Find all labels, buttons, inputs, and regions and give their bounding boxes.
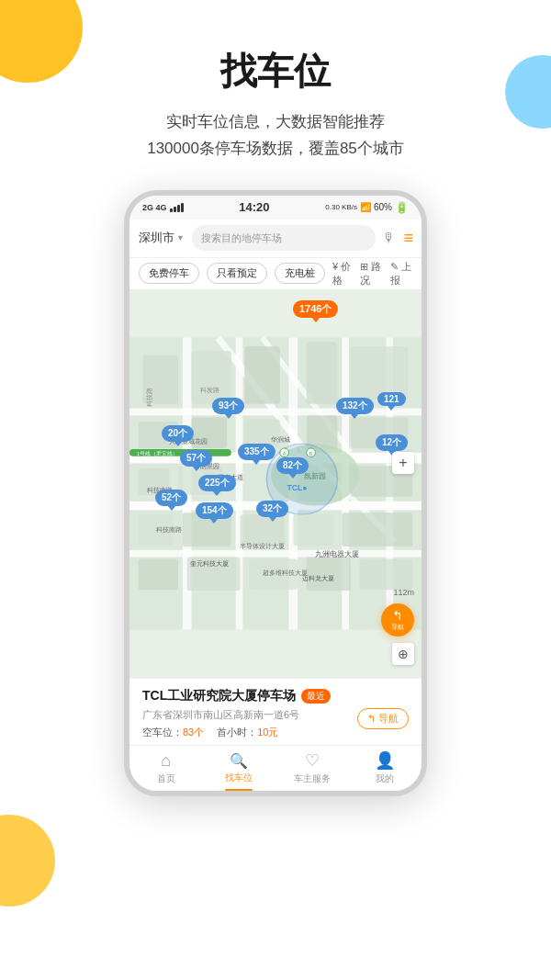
signal-bars (170, 203, 184, 212)
marker-52[interactable]: 52个 (155, 490, 187, 506)
marker-82[interactable]: 82个 (276, 457, 309, 474)
map-svg: 氛新园 TCL● (129, 289, 422, 678)
svg-text:科技路: 科技路 (146, 387, 152, 406)
nav-item-service[interactable]: ♡ 车主服务 (276, 750, 349, 785)
wifi-icon: 📶 (360, 202, 371, 212)
marker-32[interactable]: 32个 (256, 501, 288, 517)
marker-121-label: 121 (384, 394, 399, 404)
svg-rect-35 (342, 513, 412, 546)
nav-button-label: 导航 (378, 712, 399, 726)
price-option[interactable]: ¥ 价格 (332, 260, 353, 287)
city-selector[interactable]: 深圳市 ▼ (139, 230, 185, 246)
nearest-badge: 最近 (301, 689, 331, 704)
info-card-body: 广东省深圳市南山区高新南一道6号 空车位：83个 首小时：10元 ↰ 导航 (142, 708, 409, 739)
parking-search-icon: 🔍 (230, 752, 248, 770)
distance-display: 112m (393, 588, 414, 597)
menu-icon[interactable]: ≡ (403, 229, 412, 248)
service-icon: ♡ (305, 750, 320, 771)
parking-info-card: TCL工业研究院大厦停车场 最近 广东省深圳市南山区高新南一道6号 空车位：83… (129, 678, 422, 745)
bottom-nav: ⌂ 首页 🔍 找车位 ♡ 车主服务 👤 我的 (129, 745, 422, 791)
svg-rect-17 (307, 342, 338, 403)
svg-text:A: A (283, 450, 287, 456)
report-option[interactable]: ✎ 上报 (390, 260, 412, 287)
chevron-down-icon: ▼ (176, 233, 185, 242)
svg-rect-40 (360, 558, 413, 590)
parking-address: 广东省深圳市南山区高新南一道6号 (142, 708, 299, 722)
deco-circle-bottom-left (0, 815, 55, 907)
marker-52-label: 52个 (162, 491, 181, 504)
nav-arrow-icon: ↰ (367, 713, 376, 725)
status-left: 2G 4G (142, 203, 184, 212)
filter-free-label: 免费停车 (149, 267, 189, 278)
nav-item-home[interactable]: ⌂ 首页 (129, 751, 203, 785)
marker-1746[interactable]: 1746个 (293, 300, 338, 318)
spaces-value: 83个 (183, 727, 204, 738)
svg-rect-16 (244, 346, 280, 404)
svg-rect-36 (139, 558, 178, 590)
home-icon: ⌂ (161, 751, 171, 771)
svg-rect-4 (129, 550, 422, 558)
svg-text:华润城: 华润城 (271, 436, 290, 443)
marker-154[interactable]: 154个 (196, 502, 233, 519)
marker-1746-label: 1746个 (299, 302, 332, 316)
info-card-details-left: 广东省深圳市南山区高新南一道6号 空车位：83个 首小时：10元 (142, 708, 299, 739)
price-label: 首小时：10元 (217, 726, 278, 739)
filter-chip-reserve[interactable]: 只看预定 (207, 263, 267, 284)
subtitle-line1: 实时车位信息，大数据智能推荐 (166, 113, 385, 130)
bottom-nav-button[interactable]: ↰ 导航 (357, 708, 409, 729)
marker-335-label: 335个 (244, 445, 269, 458)
search-input[interactable]: 搜索目的地停车场 (192, 225, 377, 251)
marker-93[interactable]: 93个 (212, 398, 244, 414)
svg-text:科技南路: 科技南路 (156, 526, 182, 533)
svg-text:九洲电器大厦: 九洲电器大厦 (315, 550, 359, 558)
marker-82-label: 82个 (283, 459, 302, 472)
subtitle-line2: 130000条停车场数据，覆盖85个城市 (147, 140, 404, 157)
marker-12[interactable]: 12个 (376, 434, 408, 451)
distance-value: 112m (393, 588, 414, 597)
filter-reserve-label: 只看预定 (217, 267, 257, 278)
filter-chip-charge[interactable]: 充电桩 (275, 263, 325, 284)
map-area[interactable]: 氛新园 TCL● (129, 289, 422, 678)
marker-154-label: 154个 (202, 504, 227, 517)
download-speed: 0.30 KB/s (325, 203, 357, 211)
svg-text:TCL●: TCL● (287, 483, 308, 492)
mic-icon[interactable]: 🎙 (383, 231, 396, 245)
marker-335[interactable]: 335个 (238, 444, 276, 460)
marker-121[interactable]: 121 (377, 392, 406, 406)
marker-20[interactable]: 20个 (162, 425, 194, 442)
marker-57[interactable]: 57个 (180, 450, 212, 467)
svg-text:B: B (309, 450, 313, 456)
map-options: ¥ 价格 ⊞ 路况 ✎ 上报 (332, 260, 412, 287)
battery-label: 60% (374, 202, 392, 212)
page-title: 找车位 (18, 46, 533, 96)
filter-bar: 免费停车 只看预定 充电桩 ¥ 价格 ⊞ 路况 ✎ 上报 (129, 258, 422, 289)
nav-profile-label: 我的 (376, 772, 394, 785)
status-option[interactable]: ⊞ 路况 (360, 260, 382, 287)
nav-item-parking[interactable]: 🔍 找车位 (203, 752, 276, 784)
filter-chip-free[interactable]: 免费停车 (139, 263, 199, 284)
battery-icon: 🔋 (395, 201, 409, 214)
nav-service-label: 车主服务 (294, 772, 331, 785)
marker-225-label: 225个 (205, 477, 230, 490)
zoom-in-button[interactable]: + (392, 452, 414, 474)
nav-home-label: 首页 (157, 772, 175, 785)
marker-57-label: 57个 (186, 452, 206, 465)
nav-parking-label: 找车位 (225, 772, 253, 784)
status-right: 0.30 KB/s 📶 60% 🔋 (325, 201, 409, 214)
network-label: 2G 4G (142, 203, 167, 212)
clock: 14:20 (239, 200, 269, 214)
svg-rect-39 (307, 557, 351, 591)
info-card-title-row: TCL工业研究院大厦停车场 最近 (142, 688, 409, 704)
svg-rect-33 (240, 514, 284, 546)
search-placeholder: 搜索目的地停车场 (201, 231, 282, 245)
locate-button[interactable]: ⊕ (392, 643, 414, 665)
marker-225[interactable]: 225个 (198, 475, 236, 491)
svg-text:超多维科技大厦: 超多维科技大厦 (263, 569, 308, 577)
nav-item-profile[interactable]: 👤 我的 (349, 750, 422, 785)
svg-text:迈科龙大厦: 迈科龙大厦 (302, 575, 334, 582)
marker-132[interactable]: 132个 (336, 398, 374, 414)
route-nav-label: 导航 (391, 623, 404, 632)
phone-wrapper: 2G 4G 14:20 0.30 KB/s 📶 60% 🔋 深圳市 ▼ (0, 190, 551, 796)
route-navigation-button[interactable]: ↰ 导航 (381, 603, 414, 636)
parking-stats: 空车位：83个 首小时：10元 (142, 726, 299, 739)
